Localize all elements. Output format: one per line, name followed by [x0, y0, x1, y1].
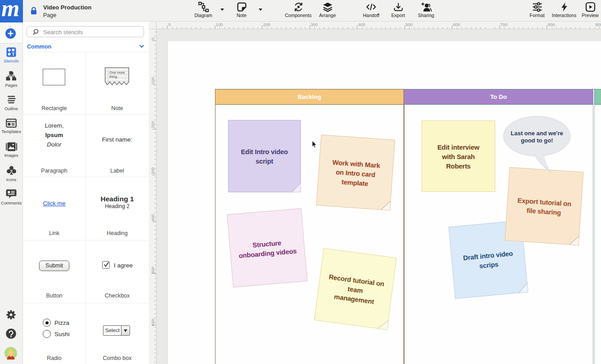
svg-text:thing..: thing.. [109, 75, 119, 79]
svg-text:T: T [12, 52, 15, 57]
